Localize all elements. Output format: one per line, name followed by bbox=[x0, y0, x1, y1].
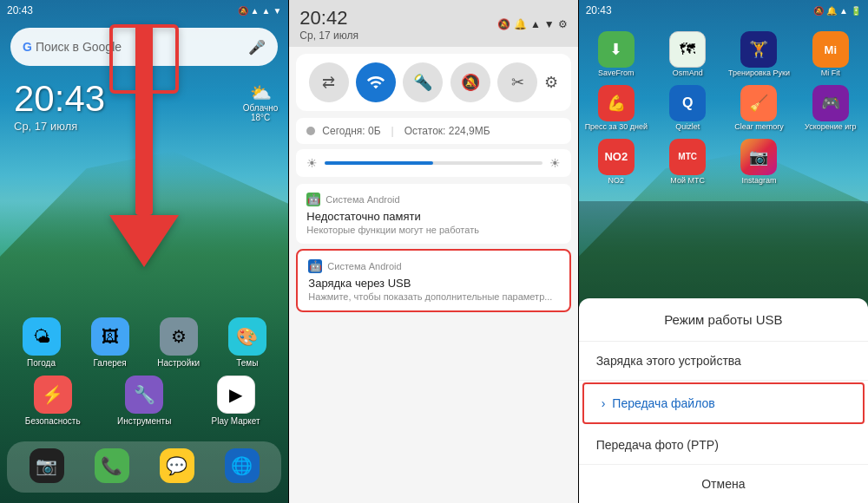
dock-camera[interactable]: 📷 bbox=[21, 448, 73, 486]
svg-marker-1 bbox=[109, 215, 179, 267]
tools-icon: 🔧 bbox=[125, 376, 163, 414]
clock-widget: 20:43 Ср, 17 июля bbox=[14, 78, 105, 133]
app-themes[interactable]: 🎨 Темы bbox=[221, 317, 273, 369]
dock-phone[interactable]: 📞 bbox=[86, 448, 138, 486]
brightness-fill bbox=[325, 161, 433, 165]
app-instagram[interactable]: 📷 Instagram bbox=[727, 139, 791, 186]
p3-silent-icon: 🔕 bbox=[813, 6, 824, 16]
clock-date: Ср, 17 июля bbox=[14, 120, 105, 133]
notif-memory[interactable]: 🤖 Система Android Недостаточно памяти Не… bbox=[296, 184, 570, 244]
notif-body-2: Нажмите, чтобы показать дополнительные п… bbox=[308, 291, 558, 302]
brightness-slider[interactable] bbox=[325, 161, 542, 165]
clearmemory-icon: 🧹 bbox=[740, 85, 777, 121]
security-icon: ⚡ bbox=[34, 376, 72, 414]
qs-settings-button[interactable]: ⚙ bbox=[544, 73, 558, 92]
status-time-3: 20:43 bbox=[586, 4, 612, 16]
notif-header-left: 20:42 Ср, 17 июля bbox=[299, 7, 358, 42]
app-training[interactable]: 🏋 Тренировка Руки bbox=[727, 31, 791, 78]
pogoda-label: Погода bbox=[27, 358, 56, 369]
quick-settings: ⇄ 🔦 🔕 ✂ ⚙ bbox=[296, 54, 570, 111]
themes-label: Темы bbox=[236, 358, 258, 369]
app-mifit[interactable]: Mi Mi Fit bbox=[799, 31, 863, 78]
app-no2[interactable]: NO2 NO2 bbox=[584, 139, 648, 186]
usb-cancel-button[interactable]: Отмена bbox=[579, 465, 868, 503]
osmand-label: OsmAnd bbox=[673, 69, 703, 78]
playstore-label: Play Маркет bbox=[212, 416, 260, 427]
dock-messages[interactable]: 💬 bbox=[151, 448, 203, 486]
security-label: Безопасность bbox=[25, 416, 81, 427]
notif-source-1: 🤖 Система Android bbox=[306, 193, 560, 206]
status-bar-3: 20:43 🔕 🔔 ▲ 🔋 bbox=[579, 0, 868, 21]
signal-icon-2: ▲ bbox=[262, 6, 271, 16]
qs-wifi-button[interactable] bbox=[356, 62, 396, 102]
usb-filetransfer-label: Передача файлов bbox=[612, 396, 714, 410]
qs-scissor-button[interactable]: ✂ bbox=[497, 62, 537, 102]
browser-icon: 🌐 bbox=[225, 448, 260, 483]
panel-notifications: 20:42 Ср, 17 июля 🔕 🔔 ▲ ▼ ⚙ ⇄ 🔦 🔕 ✂ bbox=[289, 0, 577, 503]
qs-silent-button[interactable]: 🔕 bbox=[450, 62, 490, 102]
mic-icon[interactable]: 🎤 bbox=[248, 39, 266, 56]
data-usage-row: Сегодня: 0Б | Остаток: 224,9МБ bbox=[296, 118, 570, 144]
abs-icon: 💪 bbox=[598, 85, 635, 121]
usb-ptp-label: Передача фото (PTP) bbox=[596, 438, 719, 452]
app-playstore[interactable]: ▶ Play Маркет bbox=[210, 376, 262, 427]
notif-alarm-icon: 🔔 bbox=[514, 18, 527, 30]
google-logo: G bbox=[23, 40, 32, 54]
playstore-icon: ▶ bbox=[217, 376, 255, 414]
training-label: Тренировка Руки bbox=[728, 69, 790, 78]
weather-icon: ⛅ bbox=[243, 82, 279, 103]
brightness-high-icon: ☀ bbox=[549, 156, 561, 170]
phone-icon: 📞 bbox=[95, 448, 129, 483]
instagram-label: Instagram bbox=[741, 177, 776, 186]
p3-signal-icon: ▲ bbox=[839, 6, 848, 16]
notif-usb[interactable]: 🤖 Система Android Зарядка через USB Нажм… bbox=[296, 249, 570, 312]
app-security[interactable]: ⚡ Безопасность bbox=[27, 376, 79, 427]
usb-option-filetransfer[interactable]: › Передача файлов bbox=[582, 382, 865, 424]
gameboost-label: Ускорение игр bbox=[805, 123, 857, 132]
notif-wifi-icon: ▼ bbox=[544, 18, 555, 30]
mifit-label: Mi Fit bbox=[821, 69, 840, 78]
app-settings[interactable]: ⚙ Настройки bbox=[153, 317, 205, 369]
brightness-low-icon: ☀ bbox=[306, 156, 318, 170]
app-osmand[interactable]: 🗺 OsmAnd bbox=[655, 31, 720, 78]
usb-option-ptp[interactable]: Передача фото (PTP) bbox=[579, 426, 868, 465]
notif-signal-icon: ▲ bbox=[530, 18, 541, 30]
notif-status-icons: 🔕 🔔 ▲ ▼ ⚙ bbox=[497, 18, 568, 30]
training-icon: 🏋 bbox=[740, 31, 777, 68]
notif-gear-icon: ⚙ bbox=[558, 18, 568, 30]
qs-bt-button[interactable]: ⇄ bbox=[309, 62, 349, 102]
status-bar-1: 20:43 🔕 ▲ ▲ ▼ bbox=[0, 0, 288, 21]
weather-widget: ⛅ Облачно 18°C bbox=[243, 82, 279, 122]
app-tools[interactable]: 🔧 Инструменты bbox=[118, 376, 170, 427]
signal-icon: ▲ bbox=[251, 6, 260, 16]
status-icons-1: 🔕 ▲ ▲ ▼ bbox=[238, 6, 282, 16]
app-clearmemory[interactable]: 🧹 Clear memory bbox=[727, 85, 791, 132]
quizlet-label: Quizlet bbox=[675, 123, 700, 132]
android-icon-1: 🤖 bbox=[306, 193, 320, 206]
app-mymts[interactable]: МТС Мой МТС bbox=[655, 139, 720, 186]
app-abs[interactable]: 💪 Пресс за 30 дней bbox=[584, 85, 648, 132]
battery-icon: ▼ bbox=[273, 6, 281, 16]
brightness-row: ☀ ☀ bbox=[296, 149, 570, 177]
mymts-icon: МТС bbox=[669, 139, 706, 175]
notif-title-2: Зарядка через USB bbox=[308, 277, 558, 290]
app-quizlet[interactable]: Q Quizlet bbox=[655, 85, 720, 132]
notif-body-1: Некоторые функции могут не работать bbox=[306, 225, 560, 235]
dock-browser[interactable]: 🌐 bbox=[216, 448, 268, 486]
app-pogoda[interactable]: 🌤 Погода bbox=[16, 317, 68, 369]
weather-temp: 18°C bbox=[243, 113, 279, 122]
app-savefrom[interactable]: ⬇ SaveFrom bbox=[584, 31, 648, 78]
data-separator: | bbox=[391, 125, 394, 137]
no2-label: NO2 bbox=[608, 177, 625, 186]
usb-charge-label: Зарядка этого устройства bbox=[596, 354, 741, 368]
weather-label: Облачно bbox=[243, 103, 279, 113]
android-icon-2: 🤖 bbox=[308, 259, 322, 273]
usb-option-charge[interactable]: Зарядка этого устройства bbox=[579, 342, 868, 381]
notif-title-1: Недостаточно памяти bbox=[306, 210, 560, 223]
app-gameboost[interactable]: 🎮 Ускорение игр bbox=[799, 85, 863, 132]
qs-flashlight-button[interactable]: 🔦 bbox=[403, 62, 443, 102]
notif-silent-icon: 🔕 bbox=[497, 18, 510, 30]
app-gallery[interactable]: 🖼 Галерея bbox=[84, 317, 136, 369]
p3-alarm-icon: 🔔 bbox=[826, 6, 837, 16]
mymts-label: Мой МТС bbox=[670, 177, 705, 186]
